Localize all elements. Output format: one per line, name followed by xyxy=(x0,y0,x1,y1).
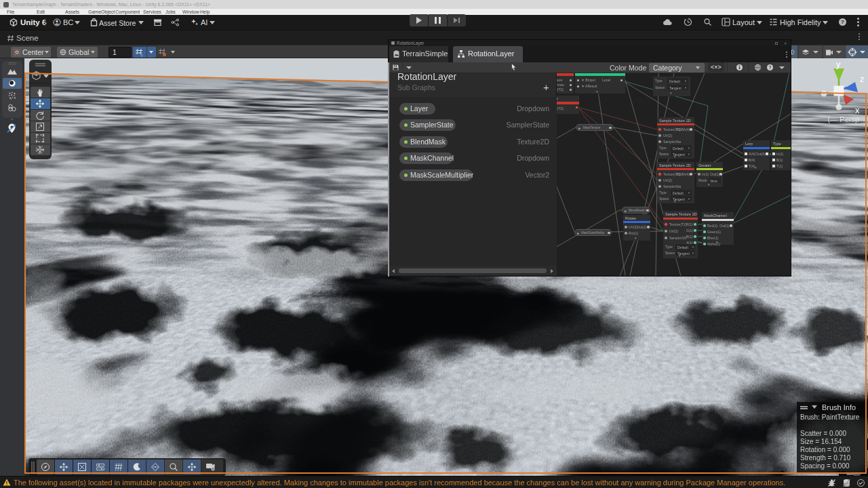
svg-text:?: ? xyxy=(841,19,844,25)
svg-text:Y: Y xyxy=(140,54,143,58)
svg-text:?: ? xyxy=(769,65,772,70)
